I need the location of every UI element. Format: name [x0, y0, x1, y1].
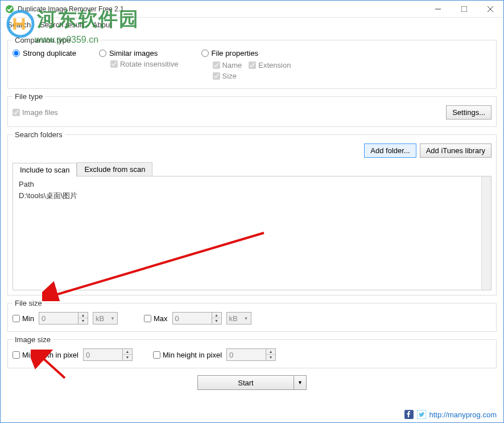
- check-extension: Extension: [249, 61, 291, 69]
- scrollbar[interactable]: [481, 176, 491, 290]
- spin-down-icon[interactable]: ▼: [79, 318, 88, 324]
- radio-file-properties[interactable]: File properties: [201, 49, 291, 58]
- svg-rect-3: [461, 6, 467, 12]
- add-itunes-button[interactable]: Add iTunes library: [420, 143, 491, 158]
- radio-similar-images[interactable]: Similar images: [99, 49, 179, 58]
- facebook-icon[interactable]: [404, 410, 414, 419]
- folders-legend: Search folders: [13, 130, 65, 139]
- spin-up-icon[interactable]: ▲: [266, 349, 275, 355]
- comparison-legend: Comparsion type: [13, 36, 73, 44]
- spin-up-icon[interactable]: ▲: [212, 313, 221, 318]
- search-folders-group: Search folders Add folder... Add iTunes …: [7, 130, 497, 295]
- min-filesize-input[interactable]: ▲▼: [39, 312, 88, 325]
- spin-down-icon[interactable]: ▼: [266, 355, 275, 360]
- check-min-height[interactable]: Min height in pixel: [153, 351, 222, 359]
- check-name: Name: [213, 61, 242, 69]
- chevron-down-icon: ▼: [110, 316, 115, 321]
- titlebar: Duplicate Image Remover Free 2.1: [1, 1, 503, 18]
- menu-search[interactable]: Search: [3, 19, 35, 30]
- maximize-icon: [461, 6, 467, 12]
- app-icon: [5, 5, 14, 14]
- spin-up-icon[interactable]: ▲: [79, 313, 88, 318]
- filesize-group: File size Min ▲▼ kB ▼ Max ▲▼: [7, 299, 497, 332]
- comparison-group: Comparsion type Strong duplicate Similar…: [7, 36, 497, 89]
- chevron-down-icon: ▼: [298, 380, 303, 385]
- minimize-button[interactable]: [425, 1, 451, 18]
- settings-button[interactable]: Settings...: [446, 105, 491, 120]
- filetype-legend: File type: [13, 92, 45, 101]
- tab-include[interactable]: Include to scan: [13, 163, 77, 176]
- chevron-down-icon: ▼: [244, 316, 249, 321]
- spin-up-icon[interactable]: ▲: [123, 349, 132, 355]
- check-max-filesize[interactable]: Max: [144, 314, 168, 323]
- imagesize-legend: Image size: [13, 335, 53, 344]
- check-rotate-insensitive: Rotate insensitive: [110, 60, 179, 68]
- twitter-icon[interactable]: [417, 410, 426, 419]
- start-button[interactable]: Start: [197, 375, 294, 390]
- path-column-header: Path: [19, 180, 485, 188]
- menu-about[interactable]: About: [88, 19, 117, 30]
- min-unit-select[interactable]: kB ▼: [93, 312, 118, 325]
- add-folder-button[interactable]: Add folder...: [364, 143, 416, 158]
- min-height-input[interactable]: ▲▼: [226, 348, 276, 361]
- check-size: Size: [213, 72, 291, 80]
- footer-link[interactable]: http://manyprog.com: [429, 410, 497, 419]
- close-icon: [488, 6, 493, 12]
- spin-down-icon[interactable]: ▼: [123, 355, 132, 360]
- spin-down-icon[interactable]: ▼: [212, 318, 221, 324]
- check-min-width[interactable]: Min width in pixel: [13, 351, 79, 359]
- start-dropdown-button[interactable]: ▼: [294, 375, 307, 390]
- minimize-icon: [435, 6, 441, 12]
- check-min-filesize[interactable]: Min: [13, 314, 34, 323]
- radio-strong-duplicate[interactable]: Strong duplicate: [13, 49, 76, 58]
- check-image-files: Image files: [13, 108, 446, 117]
- window-title: Duplicate Image Remover Free 2.1: [18, 5, 425, 13]
- path-list[interactable]: Path D:\tools\桌面\图片: [13, 176, 491, 290]
- svg-point-1: [6, 5, 14, 13]
- menubar: Search Search result About: [1, 18, 503, 31]
- footer: http://manyprog.com: [404, 410, 497, 419]
- max-filesize-input[interactable]: ▲▼: [172, 312, 222, 325]
- close-button[interactable]: [477, 1, 503, 18]
- maximize-button[interactable]: [451, 1, 477, 18]
- path-entry[interactable]: D:\tools\桌面\图片: [19, 191, 485, 201]
- imagesize-group: Image size Min width in pixel ▲▼ Min hei…: [7, 335, 497, 368]
- filetype-group: File type Image files Settings...: [7, 92, 497, 127]
- min-width-input[interactable]: ▲▼: [83, 348, 133, 361]
- filesize-legend: File size: [13, 299, 44, 307]
- menu-search-result[interactable]: Search result: [35, 19, 88, 30]
- tab-exclude[interactable]: Exclude from scan: [77, 162, 152, 176]
- max-unit-select[interactable]: kB ▼: [226, 312, 251, 325]
